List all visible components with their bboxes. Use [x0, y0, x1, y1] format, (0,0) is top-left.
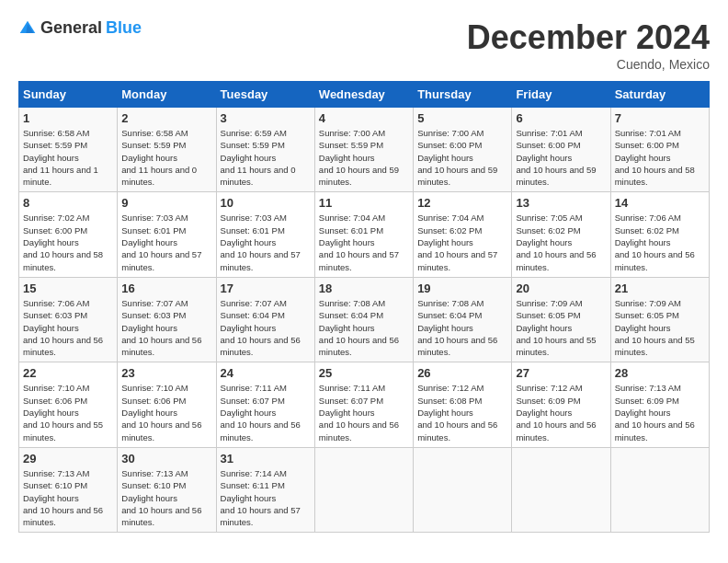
- calendar-week-row: 8 Sunrise: 7:02 AM Sunset: 6:00 PM Dayli…: [19, 192, 710, 277]
- calendar-cell: [314, 447, 413, 532]
- calendar-week-row: 1 Sunrise: 6:58 AM Sunset: 5:59 PM Dayli…: [19, 108, 710, 192]
- calendar-cell: 18 Sunrise: 7:08 AM Sunset: 6:04 PM Dayl…: [314, 277, 413, 362]
- day-number: 20: [516, 282, 606, 295]
- day-number: 8: [23, 196, 113, 210]
- day-number: 2: [121, 111, 211, 125]
- day-info: Sunrise: 7:03 AM Sunset: 6:01 PM Dayligh…: [121, 212, 211, 272]
- day-info: Sunrise: 7:10 AM Sunset: 6:06 PM Dayligh…: [23, 382, 113, 442]
- calendar-week-row: 22 Sunrise: 7:10 AM Sunset: 6:06 PM Dayl…: [19, 362, 710, 447]
- day-number: 19: [417, 282, 507, 295]
- calendar-cell: 3 Sunrise: 6:59 AM Sunset: 5:59 PM Dayli…: [216, 108, 314, 192]
- calendar-cell: 14 Sunrise: 7:06 AM Sunset: 6:02 PM Dayl…: [610, 192, 709, 277]
- day-info: Sunrise: 7:00 AM Sunset: 5:59 PM Dayligh…: [319, 127, 409, 188]
- day-number: 22: [23, 366, 113, 380]
- day-info: Sunrise: 7:00 AM Sunset: 6:00 PM Dayligh…: [417, 127, 507, 188]
- day-info: Sunrise: 7:06 AM Sunset: 6:03 PM Dayligh…: [23, 297, 113, 358]
- col-sunday: Sunday: [19, 82, 118, 108]
- day-info: Sunrise: 7:09 AM Sunset: 6:05 PM Dayligh…: [615, 297, 705, 358]
- page-header: GeneralBlue December 2024 Cuendo, Mexico: [18, 18, 710, 72]
- calendar-cell: 30 Sunrise: 7:13 AM Sunset: 6:10 PM Dayl…: [118, 447, 216, 532]
- day-info: Sunrise: 7:02 AM Sunset: 6:00 PM Dayligh…: [23, 212, 113, 272]
- day-number: 13: [516, 196, 606, 210]
- day-number: 31: [221, 452, 311, 465]
- calendar-cell: 19 Sunrise: 7:08 AM Sunset: 6:04 PM Dayl…: [414, 277, 512, 362]
- col-thursday: Thursday: [414, 82, 512, 108]
- day-number: 1: [23, 111, 113, 125]
- calendar-cell: 26 Sunrise: 7:12 AM Sunset: 6:08 PM Dayl…: [414, 362, 512, 447]
- day-number: 23: [121, 366, 211, 380]
- day-info: Sunrise: 7:03 AM Sunset: 6:01 PM Dayligh…: [221, 212, 311, 272]
- day-info: Sunrise: 7:10 AM Sunset: 6:06 PM Dayligh…: [121, 382, 211, 442]
- calendar-week-row: 15 Sunrise: 7:06 AM Sunset: 6:03 PM Dayl…: [19, 277, 710, 362]
- day-number: 27: [516, 366, 606, 380]
- calendar-cell: 2 Sunrise: 6:58 AM Sunset: 5:59 PM Dayli…: [118, 108, 216, 192]
- day-info: Sunrise: 7:01 AM Sunset: 6:00 PM Dayligh…: [615, 127, 705, 188]
- day-info: Sunrise: 7:11 AM Sunset: 6:07 PM Dayligh…: [221, 382, 311, 442]
- col-wednesday: Wednesday: [314, 82, 413, 108]
- col-saturday: Saturday: [610, 82, 709, 108]
- calendar-cell: 16 Sunrise: 7:07 AM Sunset: 6:03 PM Dayl…: [118, 277, 216, 362]
- col-tuesday: Tuesday: [216, 82, 314, 108]
- day-number: 9: [121, 196, 211, 210]
- calendar-cell: 1 Sunrise: 6:58 AM Sunset: 5:59 PM Dayli…: [19, 108, 118, 192]
- day-info: Sunrise: 7:13 AM Sunset: 6:10 PM Dayligh…: [23, 467, 113, 528]
- day-number: 16: [121, 282, 211, 295]
- calendar-cell: 22 Sunrise: 7:10 AM Sunset: 6:06 PM Dayl…: [19, 362, 118, 447]
- day-info: Sunrise: 7:12 AM Sunset: 6:08 PM Dayligh…: [417, 382, 507, 442]
- day-number: 28: [615, 366, 705, 380]
- logo-icon: [18, 19, 37, 38]
- day-info: Sunrise: 6:59 AM Sunset: 5:59 PM Dayligh…: [221, 127, 311, 188]
- logo: GeneralBlue: [18, 18, 142, 38]
- calendar-cell: 11 Sunrise: 7:04 AM Sunset: 6:01 PM Dayl…: [314, 192, 413, 277]
- day-info: Sunrise: 7:07 AM Sunset: 6:04 PM Dayligh…: [221, 297, 311, 358]
- logo-blue: Blue: [106, 18, 142, 38]
- day-info: Sunrise: 7:09 AM Sunset: 6:05 PM Dayligh…: [516, 297, 606, 358]
- day-info: Sunrise: 7:04 AM Sunset: 6:02 PM Dayligh…: [417, 212, 507, 272]
- calendar-cell: 20 Sunrise: 7:09 AM Sunset: 6:05 PM Dayl…: [512, 277, 610, 362]
- calendar-cell: 25 Sunrise: 7:11 AM Sunset: 6:07 PM Dayl…: [314, 362, 413, 447]
- day-number: 29: [23, 452, 113, 465]
- calendar-cell: 24 Sunrise: 7:11 AM Sunset: 6:07 PM Dayl…: [216, 362, 314, 447]
- calendar-cell: 8 Sunrise: 7:02 AM Sunset: 6:00 PM Dayli…: [19, 192, 118, 277]
- header-row: Sunday Monday Tuesday Wednesday Thursday…: [19, 82, 710, 108]
- day-info: Sunrise: 7:08 AM Sunset: 6:04 PM Dayligh…: [319, 297, 409, 358]
- day-number: 12: [417, 196, 507, 210]
- day-number: 11: [319, 196, 409, 210]
- calendar-cell: [512, 447, 610, 532]
- calendar-cell: 27 Sunrise: 7:12 AM Sunset: 6:09 PM Dayl…: [512, 362, 610, 447]
- day-info: Sunrise: 7:11 AM Sunset: 6:07 PM Dayligh…: [319, 382, 409, 442]
- day-number: 25: [319, 366, 409, 380]
- day-info: Sunrise: 7:07 AM Sunset: 6:03 PM Dayligh…: [121, 297, 211, 358]
- calendar-cell: 15 Sunrise: 7:06 AM Sunset: 6:03 PM Dayl…: [19, 277, 118, 362]
- calendar-cell: 13 Sunrise: 7:05 AM Sunset: 6:02 PM Dayl…: [512, 192, 610, 277]
- calendar-cell: 5 Sunrise: 7:00 AM Sunset: 6:00 PM Dayli…: [414, 108, 512, 192]
- calendar-cell: 9 Sunrise: 7:03 AM Sunset: 6:01 PM Dayli…: [118, 192, 216, 277]
- day-number: 24: [221, 366, 311, 380]
- day-info: Sunrise: 7:13 AM Sunset: 6:09 PM Dayligh…: [615, 382, 705, 442]
- calendar-cell: 6 Sunrise: 7:01 AM Sunset: 6:00 PM Dayli…: [512, 108, 610, 192]
- calendar-cell: 31 Sunrise: 7:14 AM Sunset: 6:11 PM Dayl…: [216, 447, 314, 532]
- day-info: Sunrise: 7:05 AM Sunset: 6:02 PM Dayligh…: [516, 212, 606, 272]
- col-friday: Friday: [512, 82, 610, 108]
- calendar-cell: 23 Sunrise: 7:10 AM Sunset: 6:06 PM Dayl…: [118, 362, 216, 447]
- day-info: Sunrise: 7:08 AM Sunset: 6:04 PM Dayligh…: [417, 297, 507, 358]
- calendar-cell: [414, 447, 512, 532]
- day-info: Sunrise: 7:01 AM Sunset: 6:00 PM Dayligh…: [516, 127, 606, 188]
- calendar-cell: [610, 447, 709, 532]
- day-info: Sunrise: 6:58 AM Sunset: 5:59 PM Dayligh…: [121, 127, 211, 188]
- day-info: Sunrise: 7:14 AM Sunset: 6:11 PM Dayligh…: [221, 467, 311, 528]
- calendar-cell: 17 Sunrise: 7:07 AM Sunset: 6:04 PM Dayl…: [216, 277, 314, 362]
- calendar-cell: 12 Sunrise: 7:04 AM Sunset: 6:02 PM Dayl…: [414, 192, 512, 277]
- day-number: 18: [319, 282, 409, 295]
- calendar-cell: 7 Sunrise: 7:01 AM Sunset: 6:00 PM Dayli…: [610, 108, 709, 192]
- day-number: 14: [615, 196, 705, 210]
- calendar-cell: 29 Sunrise: 7:13 AM Sunset: 6:10 PM Dayl…: [19, 447, 118, 532]
- calendar-cell: 28 Sunrise: 7:13 AM Sunset: 6:09 PM Dayl…: [610, 362, 709, 447]
- day-info: Sunrise: 7:06 AM Sunset: 6:02 PM Dayligh…: [615, 212, 705, 272]
- calendar-cell: 10 Sunrise: 7:03 AM Sunset: 6:01 PM Dayl…: [216, 192, 314, 277]
- day-number: 4: [319, 111, 409, 125]
- day-number: 30: [121, 452, 211, 465]
- day-number: 26: [417, 366, 507, 380]
- calendar-table: Sunday Monday Tuesday Wednesday Thursday…: [18, 81, 710, 533]
- day-info: Sunrise: 6:58 AM Sunset: 5:59 PM Dayligh…: [23, 127, 113, 188]
